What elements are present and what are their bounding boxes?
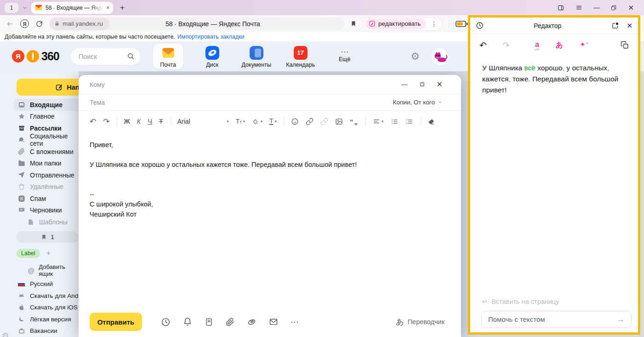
tab-counter-button[interactable]: 1	[5, 3, 18, 13]
message-body[interactable]: Привет, У Шляпника все хорошо у остальны…	[79, 132, 461, 307]
import-bookmarks-link[interactable]: Импортировать закладки	[177, 34, 245, 40]
compose-minimize-icon[interactable]: —	[402, 81, 408, 88]
sidebar-item-sent[interactable]: Отправленные	[0, 169, 79, 181]
italic-button[interactable]: К	[137, 118, 141, 125]
yandex360-logo[interactable]: Я 360	[12, 50, 59, 63]
user-avatar[interactable]	[432, 48, 448, 65]
font-size-dropdown[interactable]: Tт ▾	[236, 118, 245, 125]
redo-icon[interactable]: ↷	[103, 117, 109, 126]
sidebar-item-inbox[interactable]: Входящие	[14, 99, 79, 111]
link-icon[interactable]	[306, 118, 313, 126]
window-close-button[interactable]: ✕	[628, 4, 634, 12]
sidebar-item-main[interactable]: Главное	[0, 111, 79, 123]
panel-close-icon[interactable]: ✕	[627, 22, 633, 30]
vacancies-link[interactable]: Вакансии	[0, 325, 79, 337]
compose-button[interactable]: Написать	[17, 79, 79, 96]
cc-from-toggle[interactable]: Копии, От кого	[393, 99, 443, 106]
to-field[interactable]: Кому	[90, 81, 105, 88]
prompt-input[interactable]	[488, 315, 612, 323]
light-version-link[interactable]: Лёгкая версия	[0, 314, 79, 326]
attach-from-disk-icon[interactable]	[247, 317, 256, 327]
sidebar-item-trash[interactable]: Удалённые	[0, 181, 79, 193]
search-input[interactable]	[79, 53, 123, 60]
app-mail[interactable]: Почта	[153, 44, 183, 69]
browser-menu-icon[interactable]	[576, 4, 582, 11]
tab-close-icon[interactable]: ×	[106, 5, 109, 11]
sidebar-item-attachments[interactable]: С вложениями	[0, 146, 79, 158]
app-calendar[interactable]: 17 Календарь	[285, 44, 316, 69]
history-clock-icon[interactable]	[476, 22, 484, 29]
active-tab[interactable]: 58 · Входящие — Яндек ×	[31, 2, 113, 14]
compose-close-icon[interactable]: ✕	[437, 80, 443, 89]
search-box[interactable]	[71, 48, 140, 65]
editor-redo-icon[interactable]: ↷	[502, 40, 510, 51]
sidebar-item-social[interactable]: Социальные сети	[0, 134, 79, 146]
unlink-icon[interactable]	[320, 118, 328, 126]
add-label-icon[interactable]: +	[46, 249, 51, 257]
add-mailbox-button[interactable]: @ Добавить ящик	[28, 263, 79, 277]
bold-button[interactable]: Ж	[124, 118, 130, 125]
back-icon[interactable]	[6, 20, 14, 28]
prompt-input-box[interactable]: →	[481, 311, 632, 328]
extension-menu-icon[interactable]: ⋮	[428, 20, 440, 28]
sidebar-item-templates[interactable]: Шаблоны	[0, 216, 79, 228]
ai-improve-icon[interactable]: ✦+	[580, 40, 586, 50]
reminder-bell-icon[interactable]	[183, 317, 192, 326]
more-options-icon[interactable]: ⋯	[291, 317, 299, 327]
schedule-send-icon[interactable]	[161, 317, 171, 327]
submit-arrow-icon[interactable]: →	[617, 315, 625, 324]
quote-icon[interactable]: “„	[350, 118, 359, 126]
insert-to-page-button[interactable]: ↵ Вставить на страницу	[470, 298, 638, 305]
compose-expand-icon[interactable]	[420, 82, 425, 87]
sidebar-item-drafts[interactable]: Черновики	[0, 205, 79, 217]
underline-button[interactable]: Ч	[148, 118, 152, 125]
settings-gear-icon[interactable]: ⚙	[410, 51, 420, 63]
editor-extension-button[interactable]: редактировать	[365, 18, 426, 29]
send-button[interactable]: Отправить	[90, 313, 142, 331]
undo-icon[interactable]: ↶	[90, 117, 96, 126]
window-minimize-button[interactable]: —	[593, 4, 599, 11]
yandex-profile-icon[interactable]: Я	[20, 19, 29, 28]
domain-chip[interactable]: mail.yandex.ru	[50, 17, 109, 30]
numbered-list-icon[interactable]: 12	[405, 118, 413, 126]
attach-file-icon[interactable]	[226, 318, 234, 326]
highlight-color-dropdown[interactable]: ▾	[252, 118, 262, 125]
translate-icon[interactable]: あ	[556, 40, 563, 50]
sidebar-item-my-folders[interactable]: Мои папки	[0, 158, 79, 170]
tabs-dropdown-icon[interactable]	[22, 5, 28, 11]
new-tab-button[interactable]: +	[117, 3, 128, 12]
spellcheck-icon[interactable]: а	[535, 40, 539, 50]
address-bar[interactable]: mail.yandex.ru 58 · Входящие — Яндекс По…	[50, 17, 344, 30]
search-icon[interactable]	[127, 52, 135, 60]
bullet-list-icon[interactable]	[391, 118, 399, 126]
language-link[interactable]: Русский	[0, 278, 79, 290]
app-more[interactable]: ⋯ Ещё	[330, 44, 360, 64]
strikethrough-button[interactable]: Ŧ	[159, 118, 163, 125]
editor-undo-icon[interactable]: ↶	[479, 40, 487, 51]
font-family-dropdown[interactable]: Arial ▾	[177, 118, 229, 125]
eraser-icon[interactable]	[427, 118, 435, 126]
subject-field[interactable]: Тема	[90, 99, 105, 106]
side-panel-icon[interactable]	[557, 4, 564, 11]
open-in-window-icon[interactable]	[611, 22, 619, 29]
bookmark-icon[interactable]	[350, 20, 357, 27]
align-dropdown[interactable]: ▾	[373, 118, 384, 125]
attach-from-mail-icon[interactable]	[269, 317, 278, 326]
battery-icon[interactable]	[456, 21, 468, 27]
copy-icon[interactable]	[621, 41, 629, 49]
download-ios-link[interactable]: Скачать для iOS	[0, 302, 79, 314]
emoji-icon[interactable]	[291, 118, 299, 126]
download-android-link[interactable]: Скачать для Android	[0, 290, 79, 302]
insert-image-icon[interactable]	[335, 118, 343, 126]
window-restore-button[interactable]	[610, 5, 617, 11]
pinned-filter[interactable]: 1	[17, 231, 79, 243]
text-color-dropdown[interactable]: T ▾	[269, 118, 277, 125]
translator-button[interactable]: あ Переводчик	[396, 317, 445, 327]
template-icon[interactable]	[205, 318, 213, 326]
editor-suggested-text[interactable]: У Шляпника всё хорошо, у остальных, каже…	[470, 56, 638, 298]
label-tag[interactable]: Label	[17, 249, 40, 258]
app-disk[interactable]: Диск	[197, 44, 228, 69]
sidebar-item-spam[interactable]: Спам	[0, 193, 79, 205]
reload-icon[interactable]	[35, 20, 43, 28]
app-docs[interactable]: Документы	[241, 44, 272, 69]
